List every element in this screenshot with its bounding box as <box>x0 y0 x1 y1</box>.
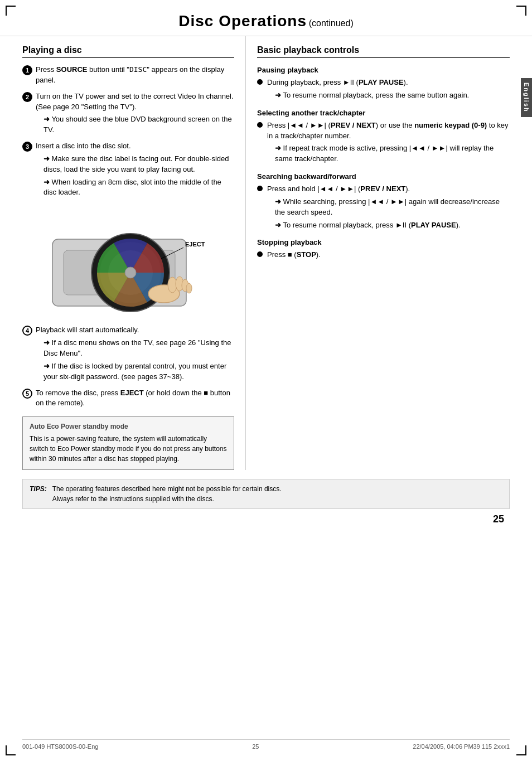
step-3: 3 Insert a disc into the disc slot. ➜ Ma… <box>22 141 234 198</box>
step-4: 4 Playback will start automatically. ➜ I… <box>22 325 234 382</box>
footer-center: 25 <box>252 743 259 750</box>
track-arrow1: ➜ If repeat track mode is active, pressi… <box>267 143 510 164</box>
disc-image-area: EJECT <box>36 206 214 317</box>
footer-right: 22/04/2005, 04:06 PM39 115 2xxx1 <box>413 743 510 750</box>
step-1-num: 1 <box>22 65 32 75</box>
track-content: Press |◄◄ / ►►| (PREV / NEXT) or use the… <box>267 120 510 164</box>
bullet-dot <box>257 251 263 257</box>
step-3-arrow2: ➜ When loading an 8cm disc, slot into th… <box>36 177 234 198</box>
step-4-num: 4 <box>22 326 32 336</box>
footer-left: 001-049 HTS8000S-00-Eng <box>22 743 98 750</box>
pausing-content: During playback, press ►II (PLAY PAUSE).… <box>267 77 510 101</box>
corner-mark-tl <box>6 6 16 16</box>
corner-mark-bl <box>6 745 16 755</box>
english-tab: English <box>521 78 532 117</box>
subsection-stop-title: Stopping playback <box>257 238 510 246</box>
step-3-arrow1: ➜ Make sure the disc label is facing out… <box>36 154 234 175</box>
left-section-title: Playing a disc <box>22 45 234 58</box>
left-column: Playing a disc 1 Press SOURCE button unt… <box>22 36 234 470</box>
step-5-content: To remove the disc, press EJECT (or hold… <box>36 388 234 409</box>
right-column: Basic playback controls Pausing playback… <box>245 36 510 470</box>
subsection-track-title: Selecting another track/chapter <box>257 109 510 117</box>
page-header: Disc Operations (continued) <box>0 0 532 36</box>
eco-box-title: Auto Eco Power standby mode <box>30 423 227 430</box>
eco-power-box: Auto Eco Power standby mode This is a po… <box>22 416 234 470</box>
step-5: 5 To remove the disc, press EJECT (or ho… <box>22 388 234 409</box>
svg-point-10 <box>186 283 192 293</box>
tips-text: The operating features described here mi… <box>52 484 282 504</box>
page-title-cont: (continued) <box>309 18 354 28</box>
disc-illustration: EJECT <box>36 206 214 317</box>
step-3-num: 3 <box>22 142 32 152</box>
corner-mark-br <box>516 745 526 755</box>
step-4-content: Playback will start automatically. ➜ If … <box>36 325 234 382</box>
step-4-arrow1: ➜ If a disc menu shows on the TV, see pa… <box>36 338 234 359</box>
bullet-dot <box>257 122 263 128</box>
svg-text:EJECT: EJECT <box>185 241 205 248</box>
svg-point-5 <box>125 267 136 278</box>
subsection-search-title: Searching backward/forward <box>257 172 510 181</box>
search-arrow1: ➜ While searching, pressing |◄◄ / ►►| ag… <box>267 197 510 218</box>
step-3-content: Insert a disc into the disc slot. ➜ Make… <box>36 141 234 198</box>
step-4-arrow2: ➜ If the disc is locked by parental cont… <box>36 361 234 382</box>
step-5-num: 5 <box>22 389 32 399</box>
page-title-main: Disc Operations <box>178 12 307 30</box>
content-area: Playing a disc 1 Press SOURCE button unt… <box>0 36 532 470</box>
pausing-bullet: During playback, press ►II (PLAY PAUSE).… <box>257 77 510 101</box>
step-1-content: Press SOURCE button until "DISC" appears… <box>36 65 234 86</box>
stop-content: Press ■ (STOP). <box>267 250 510 260</box>
tips-area: TIPS: The operating features described h… <box>22 479 510 509</box>
step-2-content: Turn on the TV power and set to the corr… <box>36 91 234 135</box>
search-bullet: Press and hold |◄◄ / ►►| (PREV / NEXT). … <box>257 184 510 230</box>
pausing-arrow1: ➜ To resume normal playback, press the s… <box>267 90 510 101</box>
corner-mark-tr <box>516 6 526 16</box>
page-footer: 001-049 HTS8000S-00-Eng 25 22/04/2005, 0… <box>22 739 510 750</box>
eco-box-text: This is a power-saving feature, the syst… <box>30 434 227 464</box>
page-number: 25 <box>493 513 504 525</box>
step-2-arrow1: ➜ You should see the blue DVD background… <box>36 114 234 135</box>
search-arrow2: ➜ To resume normal playback, press ►II (… <box>267 220 510 231</box>
track-bullet: Press |◄◄ / ►►| (PREV / NEXT) or use the… <box>257 120 510 164</box>
stop-bullet: Press ■ (STOP). <box>257 250 510 260</box>
right-section-title: Basic playback controls <box>257 45 510 58</box>
bullet-dot <box>257 186 263 191</box>
subsection-pausing-title: Pausing playback <box>257 66 510 74</box>
step-1: 1 Press SOURCE button until "DISC" appea… <box>22 65 234 86</box>
tips-label: TIPS: <box>30 484 47 504</box>
step-2: 2 Turn on the TV power and set to the co… <box>22 91 234 135</box>
search-content: Press and hold |◄◄ / ►►| (PREV / NEXT). … <box>267 184 510 230</box>
step-2-num: 2 <box>22 92 32 102</box>
bullet-dot <box>257 79 263 85</box>
